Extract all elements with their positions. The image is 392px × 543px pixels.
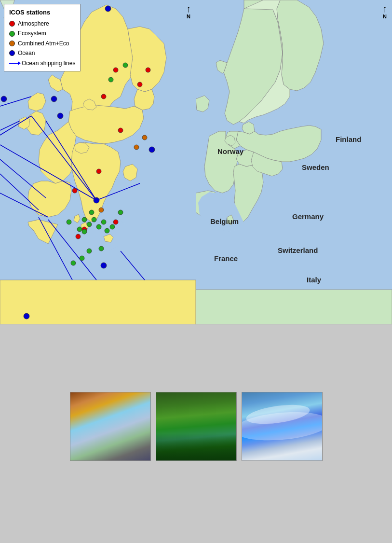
svg-rect-90 — [196, 290, 392, 324]
svg-point-56 — [101, 220, 106, 224]
france-label: France — [214, 254, 238, 263]
sweden-label: Sweden — [302, 163, 329, 171]
italy-label: Italy — [307, 276, 321, 284]
svg-point-46 — [113, 220, 118, 224]
svg-point-48 — [108, 77, 113, 82]
svg-point-71 — [57, 113, 63, 119]
svg-point-59 — [71, 261, 76, 265]
svg-point-38 — [113, 68, 118, 72]
shipping-line-icon — [9, 63, 19, 64]
lower-section — [0, 324, 392, 543]
combined-dot — [9, 41, 15, 46]
svg-point-63 — [67, 220, 71, 224]
map-section: ICOS stations Atmosphere Ecosystem Combi… — [0, 0, 392, 324]
legend-item-combined: Combined Atm+Eco — [9, 39, 75, 48]
svg-point-42 — [118, 128, 123, 133]
photos-row — [70, 392, 323, 461]
switzerland-label: Switzerland — [278, 246, 318, 254]
svg-point-36 — [146, 68, 150, 72]
svg-point-47 — [123, 63, 128, 68]
legend-item-ecosystem: Ecosystem — [9, 28, 75, 38]
photo-forest — [156, 392, 237, 461]
svg-point-67 — [134, 145, 139, 150]
svg-point-41 — [72, 188, 77, 193]
atmosphere-dot — [9, 21, 15, 27]
compass-arrow-right: ↑ — [382, 4, 387, 14]
ocean-label: Ocean — [18, 48, 35, 58]
svg-rect-16 — [0, 280, 196, 324]
legend-item-ocean: Ocean — [9, 48, 75, 58]
svg-point-68 — [99, 208, 104, 212]
svg-point-64 — [118, 210, 123, 215]
combined-label: Combined Atm+Eco — [18, 39, 69, 48]
compass-n-right: N — [382, 14, 387, 19]
shipping-label: Ocean shipping lines — [22, 58, 75, 68]
sky-image — [70, 392, 150, 460]
legend-item-shipping: Ocean shipping lines — [9, 58, 75, 68]
svg-point-70 — [51, 96, 57, 102]
map-right: Norway Finland Sweden Belgium Germany Sw… — [196, 0, 392, 324]
ecosystem-dot — [9, 31, 15, 37]
compass-arrow-left: ↑ — [186, 4, 191, 14]
right-map-svg — [196, 0, 392, 324]
forest-image — [156, 392, 236, 460]
svg-point-53 — [77, 227, 82, 232]
svg-point-50 — [82, 217, 87, 222]
ocean-image — [242, 392, 322, 460]
svg-point-44 — [94, 197, 99, 203]
svg-point-61 — [87, 249, 92, 253]
svg-point-55 — [96, 224, 101, 229]
svg-point-65 — [101, 263, 107, 268]
svg-point-73 — [105, 6, 111, 12]
svg-point-66 — [142, 135, 147, 140]
legend-item-atmosphere: Atmosphere — [9, 19, 75, 28]
finland-label: Finland — [336, 135, 361, 143]
norway-label: Norway — [217, 147, 243, 155]
svg-point-40 — [96, 169, 101, 174]
svg-point-62 — [99, 246, 104, 251]
map-left: ICOS stations Atmosphere Ecosystem Combi… — [0, 0, 196, 324]
svg-point-37 — [137, 82, 142, 87]
legend: ICOS stations Atmosphere Ecosystem Combi… — [4, 4, 81, 71]
svg-point-58 — [110, 224, 115, 229]
svg-point-39 — [101, 94, 106, 99]
svg-point-60 — [80, 256, 84, 261]
legend-title: ICOS stations — [9, 7, 75, 18]
ecosystem-label: Ecosystem — [18, 28, 46, 38]
svg-point-72 — [24, 313, 29, 319]
svg-point-54 — [92, 217, 96, 222]
atmosphere-label: Atmosphere — [18, 19, 49, 28]
compass-n-left: N — [186, 14, 191, 19]
svg-point-57 — [105, 228, 109, 233]
svg-point-69 — [1, 96, 7, 102]
photo-ocean — [242, 392, 323, 461]
photo-sky — [70, 392, 151, 461]
svg-point-45 — [76, 234, 81, 239]
svg-point-51 — [87, 222, 92, 227]
compass-left: ↑ N — [186, 4, 191, 19]
svg-point-52 — [82, 229, 87, 234]
germany-label: Germany — [292, 212, 324, 221]
belgium-label: Belgium — [210, 217, 239, 225]
compass-right: ↑ N — [382, 4, 387, 19]
svg-point-49 — [89, 210, 94, 215]
ocean-dot — [9, 50, 15, 56]
svg-point-74 — [149, 147, 155, 153]
